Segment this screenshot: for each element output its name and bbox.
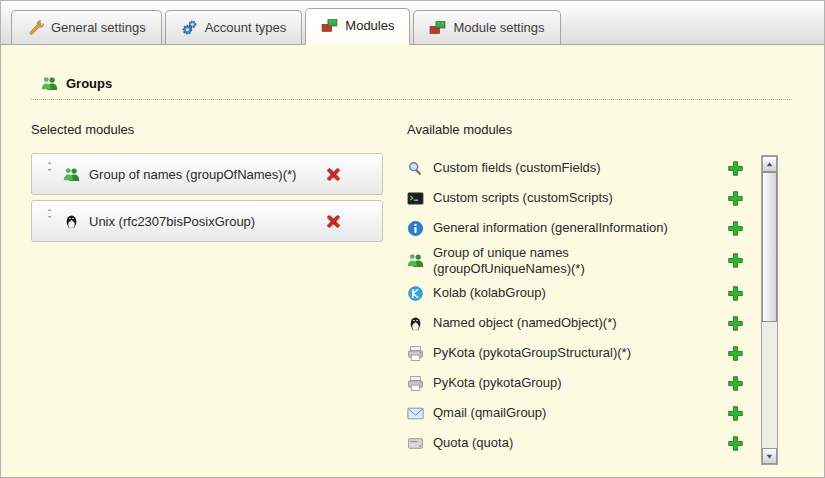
tab-module-settings[interactable]: Module settings [413,10,560,44]
page-title: Groups [66,76,112,91]
available-module-kolab: Kolab (kolabGroup) [407,278,750,308]
available-module-label: Kolab (kolabGroup) [433,285,727,301]
kolab-icon [407,285,424,302]
selected-module-label: Unix (rfc2307bisPosixGroup) [89,214,325,229]
tab-general-settings[interactable]: General settings [11,10,162,44]
available-module-pykota-structural: PyKota (pykotaGroupStructural)(*) [407,338,750,368]
modules-icon [429,19,446,36]
add-module-icon[interactable] [727,435,744,452]
printer-icon [407,375,424,392]
available-module-general-information: General information (generalInformation) [407,213,750,243]
available-module-quota: Quota (quota) [407,428,750,458]
scrollbar-up-button[interactable] [762,156,777,172]
add-module-icon[interactable] [727,190,744,207]
available-modules-list: Custom fields (customFields) Cu [407,153,750,458]
scrollbar-down-button[interactable] [762,448,777,464]
arrow-up-icon [765,160,774,169]
harddrive-icon [407,435,424,452]
drag-handle-icon[interactable] [44,207,55,220]
drag-handle-icon[interactable] [44,160,55,173]
remove-module-icon[interactable] [325,213,342,230]
available-module-label: Custom scripts (customScripts) [433,190,727,206]
available-module-pykota: PyKota (pykotaGroup) [407,368,750,398]
add-module-icon[interactable] [727,345,744,362]
available-modules-column: Available modules Custom fields (customF… [407,122,792,465]
lam-config-window: General settings Account types Modules [0,0,825,478]
available-module-label: Named object (namedObject)(*) [433,315,727,331]
selected-module-label: Group of names (groupOfNames)(*) [89,167,325,182]
tab-label: Modules [345,18,394,33]
arrow-down-icon [765,452,774,461]
tab-bar: General settings Account types Modules [1,1,824,45]
group-icon [41,75,58,92]
selected-modules-column: Selected modules Group of names (groupOf… [31,122,383,465]
add-module-icon[interactable] [727,405,744,422]
available-module-label: Quota (quota) [433,435,727,451]
terminal-icon [407,190,424,207]
available-module-named-object: Named object (namedObject)(*) [407,308,750,338]
add-module-icon[interactable] [727,285,744,302]
selected-modules-heading: Selected modules [31,122,383,137]
modules-icon [321,17,338,34]
tools-icon [27,19,44,36]
available-module-label: Group of unique names (groupOfUniqueName… [433,245,727,276]
add-module-icon[interactable] [727,315,744,332]
available-module-label: PyKota (pykotaGroupStructural)(*) [433,345,727,361]
tab-account-types[interactable]: Account types [165,10,303,44]
tux-icon [63,213,80,230]
modules-columns: Selected modules Group of names (groupOf… [31,122,792,465]
group-icon [63,166,80,183]
available-module-custom-scripts: Custom scripts (customScripts) [407,183,750,213]
available-module-label: Qmail (qmailGroup) [433,405,727,421]
scrollbar-track[interactable] [761,155,778,465]
available-module-label: PyKota (pykotaGroup) [433,375,727,391]
add-module-icon[interactable] [727,160,744,177]
available-module-custom-fields: Custom fields (customFields) [407,153,750,183]
tab-label: General settings [51,20,146,35]
tab-label: Account types [205,20,287,35]
add-module-icon[interactable] [727,252,744,269]
available-module-label: General information (generalInformation) [433,220,727,236]
printer-icon [407,345,424,362]
selected-module-unix[interactable]: Unix (rfc2307bisPosixGroup) [31,200,383,242]
group-icon [407,252,424,269]
remove-module-icon[interactable] [325,166,342,183]
available-module-label: Custom fields (customFields) [433,160,727,176]
gears-icon [181,19,198,36]
available-module-qmail: Qmail (qmailGroup) [407,398,750,428]
info-icon [407,220,424,237]
content-panel: Groups Selected modules Group of name [1,45,824,477]
selected-module-group-of-names[interactable]: Group of names (groupOfNames)(*) [31,153,383,195]
available-module-group-of-unique-names: Group of unique names (groupOfUniqueName… [407,243,750,278]
groups-section-header: Groups [31,75,792,100]
magnifier-icon [407,160,424,177]
tab-modules[interactable]: Modules [305,8,410,45]
mail-icon [407,405,424,422]
available-modules-heading: Available modules [407,122,792,137]
add-module-icon[interactable] [727,220,744,237]
available-modules-scrollarea: Custom fields (customFields) Cu [407,153,778,465]
add-module-icon[interactable] [727,375,744,392]
tux-icon [407,315,424,332]
tab-label: Module settings [453,20,544,35]
scrollbar-thumb[interactable] [762,172,777,322]
